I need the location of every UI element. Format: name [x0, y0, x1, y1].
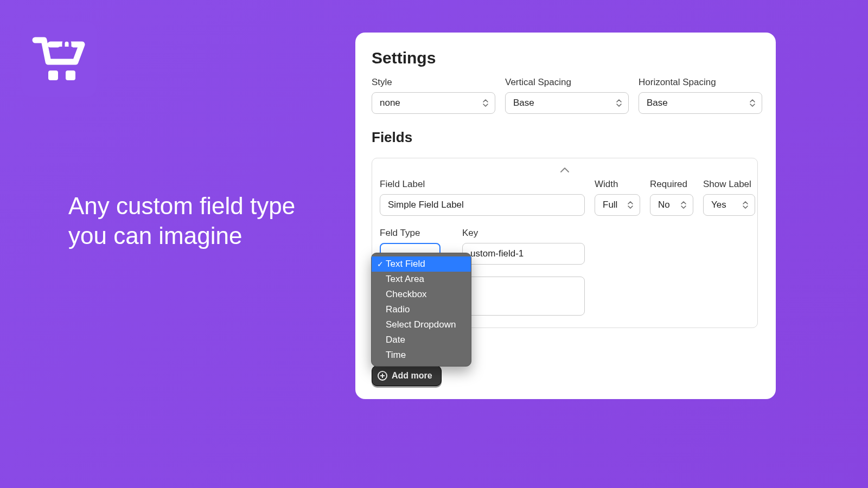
svg-rect-0	[48, 70, 58, 80]
app-logo	[22, 22, 97, 97]
vertical-spacing-select[interactable]: Base	[505, 92, 629, 114]
horizontal-spacing-label: Horizontal Spacing	[639, 77, 762, 88]
key-label: Key	[462, 228, 585, 239]
field-type-option-text-field[interactable]: ✓ Text Field	[372, 256, 471, 272]
option-label: Checkbox	[386, 289, 427, 300]
field-type-option-text-area[interactable]: Text Area	[372, 272, 471, 287]
style-label: Style	[372, 77, 495, 88]
field-label-label: Field Label	[380, 179, 585, 190]
style-select[interactable]: none	[372, 92, 495, 114]
select-stepper-icon	[482, 98, 489, 108]
settings-panel: Settings Style none Vertical Spacing Bas…	[355, 33, 776, 399]
required-select[interactable]: No	[650, 194, 693, 216]
vertical-spacing-label: Vertical Spacing	[505, 77, 629, 88]
settings-title: Settings	[372, 49, 760, 67]
field-type-option-radio[interactable]: Radio	[372, 302, 471, 317]
headline-line-2: you can imagine	[68, 222, 242, 249]
field-label-input[interactable]: Simple Field Label	[380, 194, 585, 216]
style-select-value: none	[380, 98, 400, 108]
select-stepper-icon	[749, 98, 756, 108]
chevron-up-icon	[560, 167, 570, 174]
fields-title: Fields	[372, 129, 760, 146]
marketing-headline: Any custom field type you can imagine	[68, 191, 295, 251]
select-stepper-icon	[742, 200, 749, 210]
field-type-dropdown: ✓ Text Field Text Area Checkbox Radio Se…	[371, 253, 471, 367]
select-stepper-icon	[627, 200, 634, 210]
show-label-label: Show Label	[703, 179, 755, 190]
field-type-option-checkbox[interactable]: Checkbox	[372, 287, 471, 302]
check-icon: ✓	[377, 260, 386, 268]
horizontal-spacing-select[interactable]: Base	[639, 92, 762, 114]
vertical-spacing-value: Base	[513, 98, 534, 108]
cart-logo-icon	[32, 35, 86, 84]
width-value: Full	[603, 200, 617, 210]
collapse-toggle[interactable]	[380, 166, 750, 176]
show-label-value: Yes	[711, 200, 726, 210]
key-value: ustom-field-1	[470, 248, 524, 259]
plus-circle-icon	[378, 371, 387, 381]
option-label: Radio	[386, 304, 410, 315]
key-input[interactable]: ustom-field-1	[462, 243, 585, 265]
add-more-button[interactable]: Add more	[372, 365, 442, 386]
show-label-select[interactable]: Yes	[703, 194, 755, 216]
field-label-value: Simple Field Label	[388, 200, 464, 210]
required-value: No	[658, 200, 670, 210]
option-label: Select Dropdown	[386, 319, 456, 330]
select-stepper-icon	[680, 200, 687, 210]
field-type-option-date[interactable]: Date	[372, 332, 471, 348]
option-label: Text Field	[386, 259, 425, 269]
svg-rect-1	[66, 70, 75, 80]
option-label: Time	[386, 350, 406, 361]
option-label: Text Area	[386, 274, 424, 285]
width-label: Width	[595, 179, 640, 190]
add-more-label: Add more	[392, 371, 432, 381]
width-select[interactable]: Full	[595, 194, 640, 216]
svg-rect-2	[58, 47, 73, 57]
headline-line-1: Any custom field type	[68, 192, 295, 219]
required-label: Required	[650, 179, 693, 190]
option-label: Date	[386, 335, 405, 345]
select-stepper-icon	[615, 98, 623, 108]
field-type-option-time[interactable]: Time	[372, 348, 471, 363]
field-type-label: Feld Type	[380, 228, 452, 239]
horizontal-spacing-value: Base	[647, 98, 668, 108]
field-type-option-select-dropdown[interactable]: Select Dropdown	[372, 317, 471, 332]
